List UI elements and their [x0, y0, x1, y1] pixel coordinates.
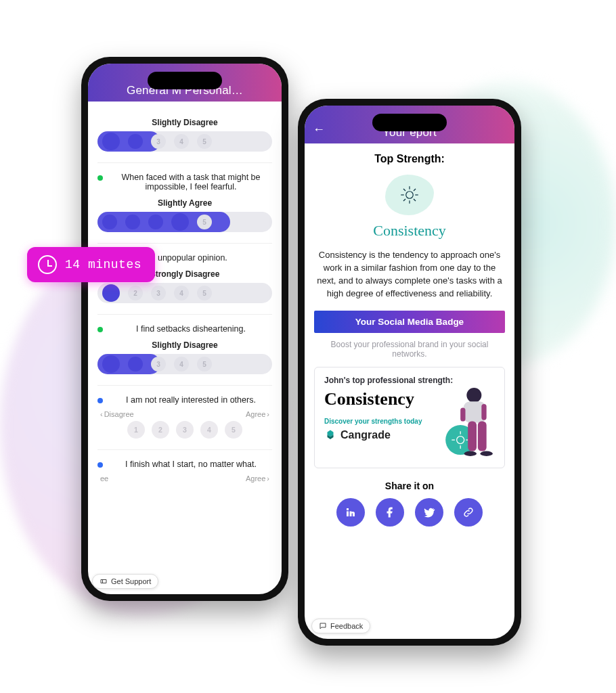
- likert-slider[interactable]: 345: [97, 131, 272, 152]
- answer-label: Slightly Agree: [97, 198, 272, 208]
- top-strength-heading: Top Strength:: [314, 153, 505, 165]
- svg-point-21: [464, 451, 477, 456]
- svg-rect-19: [468, 422, 477, 451]
- strength-name: Consistency: [314, 222, 505, 240]
- question-text: I am not really interested in others.: [110, 395, 272, 405]
- linkedin-icon: [345, 506, 357, 518]
- social-badge-subtext: Boost your professional brand in your so…: [314, 340, 505, 359]
- question-block: Slightly Disagree 345: [97, 102, 272, 163]
- svg-point-22: [481, 451, 493, 456]
- share-facebook-button[interactable]: [376, 498, 404, 527]
- link-icon: [462, 506, 475, 518]
- question-block: When faced with a task that might be imp…: [97, 163, 272, 244]
- question-block: I finish what I start, no matter what. e…: [97, 450, 272, 496]
- question-text: I find setbacks disheartening.: [110, 324, 272, 334]
- facebook-icon: [384, 506, 396, 518]
- clock-icon: [38, 255, 57, 274]
- question-text: When faced with a task that might be imp…: [110, 173, 272, 192]
- answer-label: Slightly Disagree: [97, 340, 272, 350]
- svg-rect-18: [460, 408, 465, 422]
- back-icon[interactable]: ←: [313, 122, 325, 137]
- time-pill: 14 minutes: [27, 247, 155, 282]
- question-block: I am not really interested in others. ‹ …: [97, 386, 272, 450]
- cangrade-logo-icon: [324, 429, 336, 441]
- status-dot: [97, 175, 103, 181]
- svg-line-6: [414, 199, 416, 201]
- question-block: I find setbacks disheartening. Slightly …: [97, 315, 272, 386]
- phone-notch: [148, 72, 222, 89]
- svg-rect-17: [481, 404, 486, 420]
- svg-line-5: [403, 189, 405, 191]
- chat-icon: [319, 622, 327, 630]
- person-illustration: [424, 385, 499, 466]
- strength-icon: [385, 175, 434, 215]
- svg-rect-20: [478, 422, 487, 451]
- svg-point-15: [466, 388, 481, 403]
- share-heading: Share it on: [314, 480, 505, 491]
- feedback-button[interactable]: Feedback: [311, 619, 370, 633]
- svg-line-7: [414, 189, 416, 191]
- likert-slider[interactable]: 345: [97, 354, 272, 374]
- share-link-button[interactable]: [454, 498, 483, 527]
- social-badge-card: John's top professional strength: Consis…: [314, 367, 505, 468]
- likert-labels: ee Agree ›: [100, 474, 269, 483]
- status-dot: [97, 327, 103, 332]
- ticket-icon: [100, 577, 108, 585]
- status-dot: [97, 398, 103, 403]
- share-twitter-button[interactable]: [415, 498, 443, 527]
- twitter-icon: [423, 506, 435, 518]
- phone-survey: General M Personal… Slightly Disagree 34…: [81, 57, 288, 601]
- likert-slider[interactable]: 2345: [97, 283, 272, 303]
- likert-buttons[interactable]: 12345: [97, 421, 272, 439]
- status-dot: [97, 462, 103, 468]
- brand-name: Cangrade: [340, 429, 391, 441]
- likert-slider[interactable]: 5: [97, 212, 272, 232]
- question-text: I finish what I start, no matter what.: [110, 460, 272, 469]
- social-badge-banner: Your Social Media Badge: [314, 311, 505, 333]
- likert-labels: ‹ Disagree Agree ›: [100, 410, 269, 418]
- phone-report: ← Your eport Top Strength: Consistency C…: [298, 99, 521, 646]
- sun-icon: [399, 185, 420, 205]
- answer-label: Slightly Disagree: [97, 118, 272, 127]
- strength-description: Consistency is the tendency to approach …: [314, 249, 505, 300]
- share-linkedin-button[interactable]: [336, 498, 365, 527]
- time-pill-text: 14 minutes: [65, 258, 141, 271]
- get-support-button[interactable]: Get Support: [92, 574, 158, 589]
- card-header: John's top professional strength:: [324, 376, 495, 385]
- svg-line-8: [403, 199, 405, 201]
- phone-notch: [372, 114, 447, 131]
- svg-point-0: [406, 192, 414, 199]
